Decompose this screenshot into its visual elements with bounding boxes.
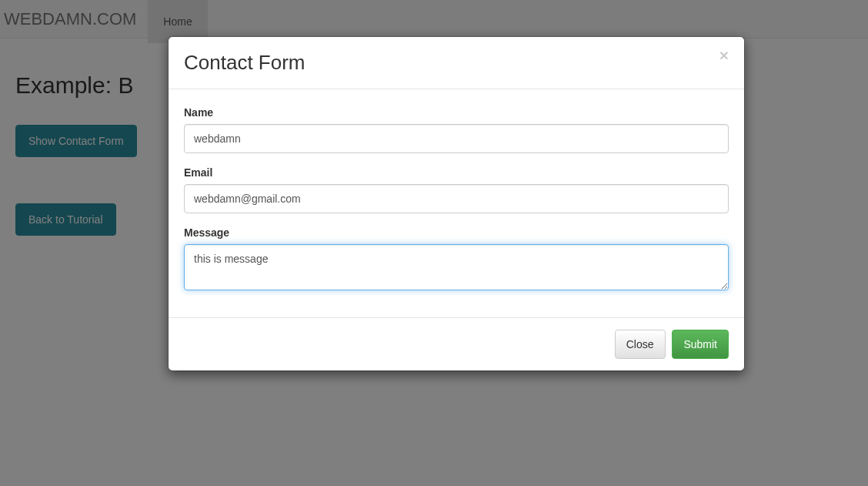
email-label: Email	[184, 165, 212, 180]
modal-body: Name Email Message this is message	[169, 89, 744, 317]
message-label: Message	[184, 225, 229, 240]
modal-title: Contact Form	[184, 49, 729, 77]
modal: × Contact Form Name Email Message this i…	[0, 0, 868, 486]
form-group-message: Message this is message	[184, 225, 729, 290]
name-label: Name	[184, 105, 213, 120]
modal-footer: Close Submit	[169, 317, 744, 370]
modal-dialog: × Contact Form Name Email Message this i…	[168, 36, 745, 371]
form-group-name: Name	[184, 105, 729, 153]
email-input[interactable]	[184, 184, 729, 213]
message-textarea[interactable]: this is message	[184, 244, 729, 290]
modal-header: × Contact Form	[169, 37, 744, 89]
close-button[interactable]: Close	[615, 330, 666, 359]
form-group-email: Email	[184, 165, 729, 213]
modal-content: × Contact Form Name Email Message this i…	[168, 36, 745, 371]
name-input[interactable]	[184, 124, 729, 153]
close-icon[interactable]: ×	[719, 47, 729, 63]
submit-button[interactable]: Submit	[672, 330, 729, 359]
